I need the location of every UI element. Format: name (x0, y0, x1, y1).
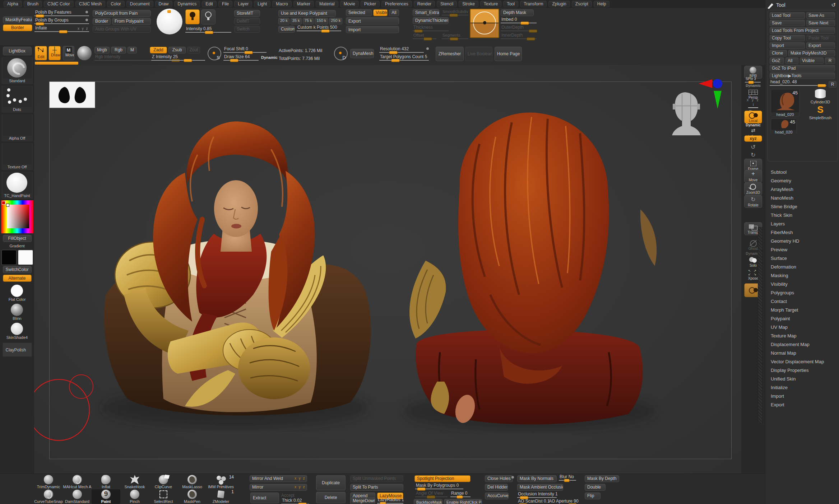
saturation-value-square[interactable] (7, 205, 29, 228)
menu-item[interactable]: Brush (24, 1, 42, 7)
custom-points-button[interactable]: Custom (278, 26, 295, 33)
brush-item[interactable]: MAHcut Mech A (63, 475, 92, 489)
brush-item[interactable]: SelectRect (149, 489, 178, 504)
menu-item[interactable]: Zplugin (548, 1, 570, 7)
goz-all-button[interactable]: All (785, 57, 798, 64)
point-preset-button[interactable]: 35 k (291, 18, 302, 24)
nav-gizmo[interactable] (645, 76, 738, 137)
tool-section[interactable]: NanoMesh (765, 194, 839, 202)
menu-item[interactable]: Macro (272, 1, 291, 7)
mergedown-button[interactable]: MergeDown (350, 498, 375, 504)
point-preset-button[interactable]: 20 k (278, 18, 289, 24)
menu-item[interactable]: Draw (155, 1, 172, 7)
polygroupit-button[interactable]: PolyGroupIt from Pain (93, 10, 151, 17)
load-tools-from-project-button[interactable]: Load Tools From Project (770, 27, 835, 34)
duplicate-button[interactable]: Duplicate (316, 475, 346, 490)
target-polygons-slider[interactable]: Target Polygons Count 5 (379, 55, 429, 61)
goz-visible-button[interactable]: Visible (800, 57, 824, 64)
brush-item[interactable]: MaskPen (178, 489, 207, 504)
material-item[interactable]: Flat Color (6, 283, 28, 302)
tool-section[interactable]: Geometry HD (765, 237, 839, 246)
menu-item[interactable]: Document (126, 1, 153, 7)
backfacemask-button[interactable]: BackfaceMask (414, 499, 442, 504)
brush-item[interactable]: 14 IMM Primitives (207, 475, 235, 489)
brush-item[interactable]: CurveTubeSnap (34, 489, 63, 504)
close-holes-dot[interactable] (511, 476, 514, 479)
save-next-button[interactable]: Save Next (806, 20, 835, 26)
tool-section[interactable]: Initialize (765, 383, 839, 392)
zsub-button[interactable]: Zsub (168, 47, 186, 53)
claypolish-button[interactable]: ClayPolish (3, 342, 32, 357)
light-on-button[interactable] (185, 9, 200, 24)
resolution-dot[interactable] (426, 47, 429, 50)
use-and-keep-polypaint-button[interactable]: Use and Keep Polypaint (278, 10, 336, 17)
inner-depth-slider[interactable]: InnerDepth (501, 33, 537, 39)
material-item[interactable]: SkinShade4 (6, 321, 28, 340)
main-color-swatch[interactable] (1, 250, 17, 265)
draw-size-dynamic-label[interactable]: Dynamic (261, 55, 278, 60)
spix-slider[interactable]: SPix 3 (745, 76, 761, 83)
left-slot[interactable]: Alpha Off (1, 114, 33, 142)
save-as-button[interactable]: Save As (806, 12, 835, 19)
brush-item[interactable]: Paint (92, 489, 120, 504)
polish-by-features-dot[interactable] (85, 11, 88, 13)
tool-section[interactable]: Layers (765, 220, 839, 228)
all-button[interactable]: All (389, 9, 399, 16)
cylinder3d-item[interactable]: Cylinder3D (804, 89, 836, 105)
switch-color-button[interactable]: SwitchColor (3, 266, 32, 273)
mirror-weld-xyz[interactable]: x y z (295, 476, 306, 480)
zcut-button[interactable]: Zcut (187, 47, 200, 53)
smart-extract-button[interactable]: Smart_Extract (413, 9, 439, 16)
point-preset-button[interactable]: 150 k (315, 18, 328, 24)
menu-item[interactable]: Material (316, 1, 338, 7)
resolution-slider[interactable]: Resolution 432 (379, 47, 424, 53)
thickness-slider[interactable]: Thickness (413, 25, 449, 31)
menu-item[interactable]: File (218, 1, 232, 7)
mrgb-button[interactable]: Mrgb (94, 47, 110, 53)
tool-section[interactable]: Export (765, 401, 839, 409)
lazyradius-slider[interactable]: LazyRadius 1 (377, 498, 403, 504)
paste-tool-button[interactable]: Paste Tool (806, 35, 835, 41)
dynamic-thickness-button[interactable]: DynamicThickness (413, 17, 449, 24)
zadd-button[interactable]: Zadd (150, 47, 167, 53)
double-button[interactable]: Double (585, 484, 606, 491)
copy-tool-button[interactable]: Copy Tool (770, 35, 805, 41)
menu-item[interactable]: Alpha (4, 1, 22, 7)
left-slot[interactable]: Texture Off (1, 143, 33, 171)
goz-button[interactable]: GoZ (770, 57, 784, 64)
tool-section[interactable]: Polypaint (765, 314, 839, 323)
export-button[interactable]: Export (346, 17, 399, 24)
occlusion-intensity-slider[interactable]: Occlusion Intensity 1 (517, 492, 557, 498)
goz-to-ipad-button[interactable]: GoZ To iPad (770, 65, 835, 71)
enable-rightclick-popup-button[interactable]: Enable RightClick Popup (444, 499, 482, 504)
store-mt-button[interactable]: StoreMT (234, 10, 260, 17)
move-canvas-button[interactable]: Move (744, 170, 762, 183)
tool-section[interactable]: Texture Map (765, 332, 839, 340)
menu-item[interactable]: Texture (480, 1, 501, 7)
selected-button[interactable]: Selected (346, 9, 372, 16)
move-button[interactable]: M Move (63, 46, 74, 60)
accucurve-button[interactable]: AccuCurve (485, 493, 509, 499)
make-polymesh3d-button[interactable]: Make PolyMesh3D (788, 50, 835, 56)
offset-slider[interactable]: Offset (413, 33, 436, 39)
segments-slider[interactable]: Segments (442, 33, 468, 39)
tool-section[interactable]: Polygroups (765, 289, 839, 297)
local-button[interactable]: Local (744, 111, 762, 123)
border-button[interactable]: Border (3, 24, 32, 31)
del-mt-button[interactable]: DelMT (234, 18, 260, 25)
secondary-color-swatch[interactable] (18, 250, 33, 265)
goz-r-button[interactable]: R (825, 57, 835, 64)
mask-by-polygroups-slider[interactable]: Mask By Polygroups 0 (415, 483, 463, 489)
clone-button[interactable]: Clone (770, 50, 787, 56)
mask-by-feature-button[interactable]: MaskByFeature (3, 17, 32, 23)
home-page-button[interactable]: Home Page (495, 47, 522, 61)
angle-of-view-slider[interactable]: Angle Of View (415, 491, 448, 497)
tool-section[interactable]: Normal Map (765, 349, 839, 358)
lightbox-tools-button[interactable]: Lightbox▶Tools (770, 73, 835, 79)
brush-item[interactable]: DamStandard (63, 489, 92, 504)
tool-section[interactable]: Contact (765, 297, 839, 306)
draw-size-slider[interactable]: Draw Size 64 (223, 55, 259, 61)
import-button[interactable]: Import (346, 26, 399, 33)
draw-button[interactable]: ┼ Draw (48, 46, 61, 60)
sv-cursor[interactable] (6, 204, 9, 207)
